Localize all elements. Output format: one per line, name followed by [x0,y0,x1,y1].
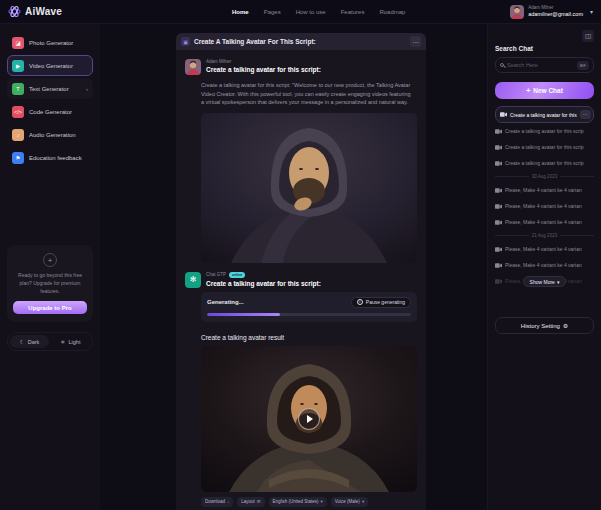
sidebar-item-video-generator[interactable]: ▶ Video Generator [7,55,93,76]
video-camera-icon [495,263,502,268]
nav-item-how-to-use[interactable]: How to use [296,9,326,15]
page-title: Create A Talking Avatar For This Script: [194,38,316,45]
download-button[interactable]: Download ↓ [201,497,233,507]
chat-history-item[interactable]: Create a talking avatar for this scrip [495,139,594,155]
search-input[interactable] [507,62,574,68]
brand[interactable]: AiWave [8,5,104,18]
history-setting-label: History Setting [521,323,560,329]
dark-mode-button[interactable]: ☾ Dark [10,335,49,348]
light-mode-button[interactable]: ☀ Light [51,335,90,348]
user-message-header: Adam Milner Create a talking avatar for … [185,59,417,75]
history-setting-button[interactable]: History Setting ⚙ [495,317,594,334]
bot-message-heading: Create a talking avatar for this script: [206,280,321,287]
video-camera-icon [495,188,502,193]
video-camera-icon [495,247,502,252]
upgrade-to-pro-button[interactable]: Upgrade to Pro [13,301,87,314]
sidebar-item-education-feedback[interactable]: ⚑ Education feedback [7,147,93,168]
chevron-right-icon: › [86,86,88,92]
pause-icon: II [357,299,363,305]
light-label: Light [69,339,81,345]
chat-item-label: Create a talking avatar for this scrip [505,128,584,134]
download-label: Download [205,499,225,504]
chat-history-item-active[interactable]: Create a talking avatar for this ⋯ [495,106,594,123]
language-label: English (United States) [273,499,319,504]
chevron-down-icon[interactable]: ▾ [590,8,593,15]
user-message-avatar [185,59,201,75]
show-more-label: Show More [530,279,555,285]
nav-item-features[interactable]: Features [341,9,365,15]
sidebar-item-code-generator[interactable]: </> Code Generator [7,101,93,122]
chat-history-item[interactable]: Please, Make 4 variant ke 4 varian [495,214,594,230]
pause-generating-button[interactable]: II Pause generating [351,297,411,308]
nav-item-home[interactable]: Home [232,9,249,15]
menu-dots-button[interactable]: ⋯ [410,36,421,47]
chat-history-item[interactable]: Please, Make 4 variant ke 4 varian [495,182,594,198]
message-body: Create a talking avatar for this script:… [201,81,413,107]
pause-label: Pause generating [366,299,405,305]
left-sidebar: ◪ Photo Generator ▶ Video Generator T Te… [0,24,100,510]
chat-item-label: Create a talking avatar for this scrip [505,144,584,150]
chat-history-item[interactable]: Please, Make 4 variant ke 4 varian [495,241,594,257]
chat-history-item[interactable]: Create a talking avatar for this scrip [495,123,594,139]
app-window: AiWave Home Pages How to use Features Ro… [0,0,601,510]
more-options-button[interactable]: ⋯ [580,110,591,119]
show-more-button[interactable]: Show More ▾ [523,276,567,287]
video-camera-icon [495,204,502,209]
chat-item-label: Please, Make 4 variant ke 4 varian [505,203,582,209]
bot-message: ✻ Chat GTP online Create a talking avata… [185,272,417,507]
chat-history-item[interactable]: Please, Make 4 variant ke 4 varian [495,257,594,273]
video-camera-icon [495,145,502,150]
text-generator-icon: T [12,83,24,95]
user-profile[interactable]: Adam Milner adamilner@gmail.com ▾ [510,5,593,19]
sidebar-item-label: Photo Generator [29,40,73,46]
sidebar-item-label: Audio Generation [29,132,76,138]
chat-item-label: Please, Make 4 variant ke 4 varian [505,246,582,252]
video-camera-icon [495,279,502,284]
voice-dropdown[interactable]: Voice (Male) ▾ [331,497,368,507]
message-heading: Create a talking avatar for this script: [206,66,321,73]
brand-name: AiWave [25,6,62,17]
nav-item-pages[interactable]: Pages [264,9,281,15]
video-generator-icon: ▶ [12,60,24,72]
chat-item-label: Create a talking avatar for this [510,112,577,118]
chat-history-sidebar: ◫ Search Chat ⌘F + New Chat Create a tal… [487,24,601,510]
play-button[interactable] [298,408,320,430]
video-camera-icon [495,129,502,134]
chatbot-icon: ✻ [185,272,201,288]
generating-label: Generating... [207,299,244,305]
new-chat-button[interactable]: + New Chat [495,82,594,99]
result-toolbar: Download ↓ Layout ⊞ English (United Stat… [201,497,417,507]
upgrade-card: + Ready to go beyond this free plan? Upg… [7,245,93,322]
progress-bar [207,313,411,316]
author-name: Adam Milner [206,59,231,64]
code-generator-icon: </> [12,106,24,118]
chat-item-label: Please, Make 4 variant ke 4 varian [505,262,582,268]
nav-item-roadmap[interactable]: Roadmap [379,9,405,15]
panel-toggle-button[interactable]: ◫ [582,30,594,42]
chat-item-label: Please, Make 4 variant ke 4 varian [505,187,582,193]
sidebar-item-photo-generator[interactable]: ◪ Photo Generator [7,32,93,53]
sidebar-item-audio-generation[interactable]: ♪ Audio Generation [7,124,93,145]
date-divider: 21 Aug 2023 [495,233,594,238]
progress-fill [207,313,280,316]
layout-icon: ⊞ [257,499,261,504]
main-nav: Home Pages How to use Features Roadmap [232,9,405,15]
moon-icon: ☾ [20,339,25,345]
sun-icon: ☀ [61,339,66,345]
chat-history-item[interactable]: Create a talking avatar for this scrip [495,155,594,171]
chat-history-item[interactable]: Please, Make 4 variant ke 4 varian [495,198,594,214]
aiwave-logo-icon [8,5,21,18]
bot-status-badge: online [229,272,245,278]
script-avatar-image [201,113,417,263]
search-box: ⌘F [495,57,594,73]
sidebar-item-label: Text Generator [29,86,69,92]
language-dropdown[interactable]: English (United States) ▾ [269,497,327,507]
top-header: AiWave Home Pages How to use Features Ro… [0,0,601,24]
chat-titlebar: ▣ Create A Talking Avatar For This Scrip… [176,33,426,50]
download-icon: ↓ [227,499,229,504]
sidebar-item-text-generator[interactable]: T Text Generator › [7,78,93,99]
layout-button[interactable]: Layout ⊞ [237,497,264,507]
chat-panel: ▣ Create A Talking Avatar For This Scrip… [176,33,426,510]
theme-toggle: ☾ Dark ☀ Light [7,332,93,351]
new-chat-label: New Chat [533,87,563,94]
